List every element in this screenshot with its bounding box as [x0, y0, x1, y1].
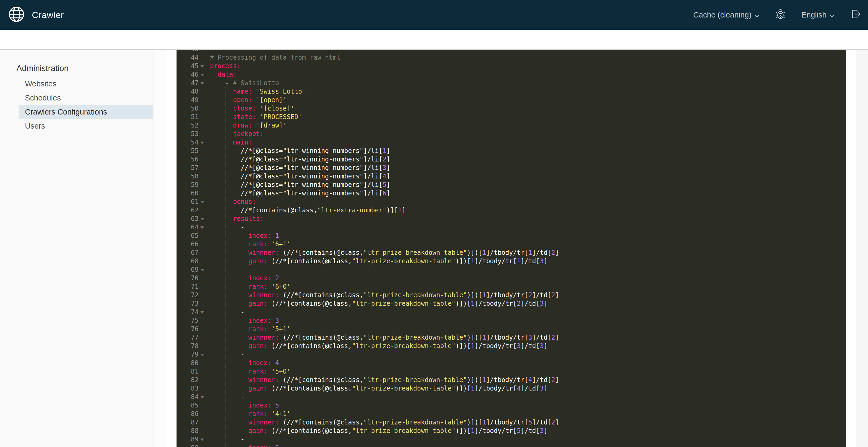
code-line[interactable]: 65 index: 1: [177, 232, 846, 240]
line-number: 71: [177, 282, 198, 291]
fold-zone[interactable]: [198, 393, 206, 401]
code-line[interactable]: 49 open: '[open]': [177, 96, 846, 104]
code-line[interactable]: 67 winnner: (//*[contains(@class,"ltr-pr…: [177, 248, 846, 257]
fold-zone: [198, 53, 206, 62]
code-line[interactable]: 64 -: [177, 223, 846, 232]
code-line[interactable]: 47 - # SwissLotto: [177, 79, 846, 87]
fold-arrow-icon[interactable]: [200, 439, 204, 441]
fold-zone[interactable]: [198, 435, 206, 444]
sidebar-item-users[interactable]: Users: [19, 119, 153, 133]
sidebar-scroll-lane[interactable]: [153, 50, 167, 447]
code-line[interactable]: 89 -: [177, 435, 846, 444]
fold-arrow-icon[interactable]: [200, 82, 204, 84]
gutter-cell: 72: [177, 291, 206, 299]
line-number: 73: [177, 299, 198, 308]
gutter-cell: 60: [177, 189, 206, 198]
code-content: -: [206, 350, 846, 359]
code-line[interactable]: 78 gain: (//*[contains(@class,"ltr-prize…: [177, 342, 846, 350]
line-number: 75: [177, 316, 198, 325]
gutter-cell: 76: [177, 325, 206, 333]
sidebar-item-crawlers-configurations[interactable]: Crawlers Configurations: [19, 105, 153, 119]
debug-button[interactable]: [775, 8, 786, 22]
code-line[interactable]: 79 -: [177, 350, 846, 359]
code-content: gain: (//*[contains(@class,"ltr-prize-br…: [206, 384, 846, 393]
code-line[interactable]: 84 -: [177, 393, 846, 401]
fold-zone[interactable]: [198, 62, 206, 70]
sidebar-nav: WebsitesSchedulesCrawlers Configurations…: [0, 77, 153, 133]
fold-arrow-icon[interactable]: [200, 65, 204, 68]
fold-zone[interactable]: [198, 138, 206, 147]
code-line[interactable]: 59 //*[@class="ltr-winning-numbers"]/li[…: [177, 180, 846, 189]
fold-zone[interactable]: [198, 350, 206, 359]
code-content: - # SwissLotto: [206, 79, 846, 87]
code-line[interactable]: 71 rank: '6+0': [177, 282, 846, 291]
fold-arrow-icon[interactable]: [200, 142, 204, 144]
code-line[interactable]: 46 data:: [177, 70, 846, 79]
fold-zone[interactable]: [198, 223, 206, 232]
code-content: //*[@class="ltr-winning-numbers"]/li[1]: [206, 147, 846, 155]
code-line[interactable]: 63 results:: [177, 214, 846, 223]
code-line[interactable]: 88 gain: (//*[contains(@class,"ltr-prize…: [177, 426, 846, 435]
code-line[interactable]: 56 //*[@class="ltr-winning-numbers"]/li[…: [177, 155, 846, 164]
code-line[interactable]: 66 rank: '6+1': [177, 240, 846, 248]
code-line[interactable]: 72 winnner: (//*[contains(@class,"ltr-pr…: [177, 291, 846, 299]
code-line[interactable]: 77 winnner: (//*[contains(@class,"ltr-pr…: [177, 333, 846, 342]
code-line[interactable]: 51 state: 'PROCESSED': [177, 113, 846, 121]
line-number: 58: [177, 172, 198, 180]
fold-arrow-icon[interactable]: [200, 74, 204, 76]
cache-menu-button[interactable]: Cache (cleaning): [692, 10, 761, 20]
fold-arrow-icon[interactable]: [200, 201, 204, 203]
code-editor[interactable]: 4344# Processing of data from raw html45…: [177, 50, 846, 447]
code-line[interactable]: 44# Processing of data from raw html: [177, 53, 846, 62]
code-line[interactable]: 50 close: '[close]': [177, 104, 846, 113]
code-line[interactable]: 90 index: 6: [177, 444, 846, 447]
code-line[interactable]: 76 rank: '5+1': [177, 325, 846, 333]
fold-zone[interactable]: [198, 308, 206, 316]
fold-arrow-icon[interactable]: [200, 354, 204, 356]
logout-button[interactable]: [850, 8, 862, 22]
code-line[interactable]: 61 bonus:: [177, 198, 846, 206]
code-line[interactable]: 62 //*[contains(@class,"ltr-extra-number…: [177, 206, 846, 214]
code-line[interactable]: 54 main:: [177, 138, 846, 147]
sidebar-item-schedules[interactable]: Schedules: [19, 91, 153, 105]
code-line[interactable]: 81 rank: '5+0': [177, 367, 846, 376]
code-line[interactable]: 70 index: 2: [177, 274, 846, 282]
code-line[interactable]: 83 gain: (//*[contains(@class,"ltr-prize…: [177, 384, 846, 393]
gutter-cell: 79: [177, 350, 206, 359]
code-line[interactable]: 73 gain: (//*[contains(@class,"ltr-prize…: [177, 299, 846, 308]
fold-arrow-icon[interactable]: [200, 218, 204, 220]
fold-arrow-icon[interactable]: [200, 311, 204, 314]
fold-zone: [198, 206, 206, 214]
fold-zone: [198, 333, 206, 342]
code-line[interactable]: 86 rank: '4+1': [177, 410, 846, 418]
fold-zone[interactable]: [198, 214, 206, 223]
code-line[interactable]: 43: [177, 50, 846, 53]
code-line[interactable]: 82 winnner: (//*[contains(@class,"ltr-pr…: [177, 376, 846, 384]
code-line[interactable]: 80 index: 4: [177, 359, 846, 367]
fold-zone[interactable]: [198, 70, 206, 79]
code-line[interactable]: 48 name: 'Swiss Lotto': [177, 87, 846, 96]
fold-zone[interactable]: [198, 79, 206, 87]
fold-arrow-icon[interactable]: [200, 396, 204, 399]
code-content: open: '[open]': [206, 96, 846, 104]
fold-zone[interactable]: [198, 265, 206, 274]
code-line[interactable]: 45process:: [177, 62, 846, 70]
code-line[interactable]: 85 index: 5: [177, 401, 846, 410]
language-menu-button[interactable]: English: [800, 10, 836, 20]
code-line[interactable]: 87 winnner: (//*[contains(@class,"ltr-pr…: [177, 418, 846, 426]
code-line[interactable]: 68 gain: (//*[contains(@class,"ltr-prize…: [177, 257, 846, 265]
code-line[interactable]: 58 //*[@class="ltr-winning-numbers"]/li[…: [177, 172, 846, 180]
page-scrollbar[interactable]: [856, 50, 868, 447]
sidebar-item-websites[interactable]: Websites: [19, 77, 153, 91]
code-line[interactable]: 60 //*[@class="ltr-winning-numbers"]/li[…: [177, 189, 846, 198]
fold-zone[interactable]: [198, 198, 206, 206]
code-line[interactable]: 57 //*[@class="ltr-winning-numbers"]/li[…: [177, 164, 846, 172]
fold-arrow-icon[interactable]: [200, 269, 204, 271]
code-line[interactable]: 53 jackpot:: [177, 130, 846, 138]
code-line[interactable]: 52 draw: '[draw]': [177, 121, 846, 130]
code-line[interactable]: 74 -: [177, 308, 846, 316]
code-line[interactable]: 69 -: [177, 265, 846, 274]
code-line[interactable]: 55 //*[@class="ltr-winning-numbers"]/li[…: [177, 147, 846, 155]
fold-arrow-icon[interactable]: [200, 227, 204, 229]
code-line[interactable]: 75 index: 3: [177, 316, 846, 325]
